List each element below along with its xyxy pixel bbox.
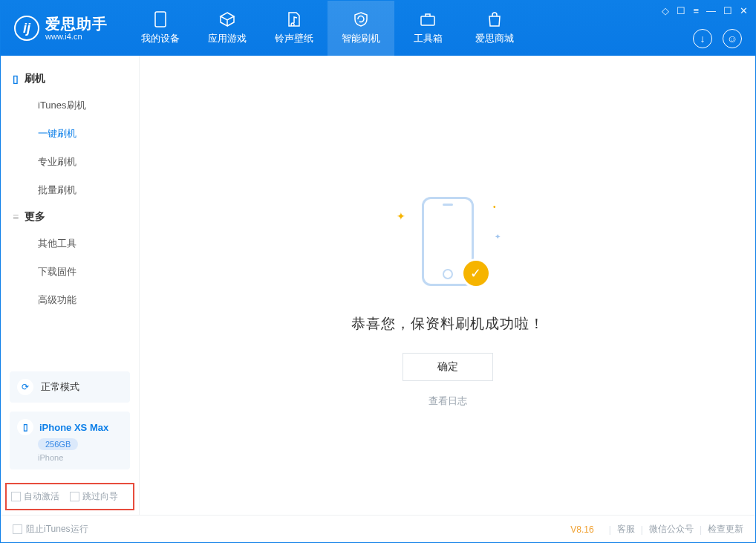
- skin-icon[interactable]: ◇: [662, 5, 669, 16]
- success-panel: ✦ ✦ • ✓ 恭喜您，保资料刷机成功啦！ 确定 查看日志: [140, 197, 755, 408]
- tab-my-device[interactable]: 我的设备: [127, 1, 194, 56]
- block-itunes-checkbox[interactable]: 阻止iTunes运行: [13, 523, 88, 536]
- header-actions: ↓ ☺: [693, 29, 742, 48]
- sidebar-item-one-click-flash[interactable]: 一键刷机: [1, 120, 139, 148]
- sidebar: ▯ 刷机 iTunes刷机 一键刷机 专业刷机 批量刷机 ≡ 更多 其他工具 下…: [1, 56, 140, 515]
- close-button[interactable]: ✕: [740, 5, 748, 16]
- app-body: ▯ 刷机 iTunes刷机 一键刷机 专业刷机 批量刷机 ≡ 更多 其他工具 下…: [1, 56, 755, 515]
- version-label: V8.16: [570, 524, 593, 535]
- check-badge-icon: ✓: [463, 261, 489, 286]
- main-content: ✦ ✦ • ✓ 恭喜您，保资料刷机成功啦！ 确定 查看日志: [140, 56, 755, 515]
- checkbox-label: 自动激活: [24, 490, 59, 503]
- nav-tabs: 我的设备 应用游戏 铃声壁纸 智能刷机 工具箱 爱思商城: [127, 1, 528, 56]
- sidebar-group-more[interactable]: ≡ 更多: [1, 204, 139, 230]
- sidebar-item-itunes-flash[interactable]: iTunes刷机: [1, 91, 139, 120]
- maximize-button[interactable]: ☐: [723, 5, 732, 16]
- mode-label: 正常模式: [41, 380, 79, 394]
- success-illustration: ✦ ✦ • ✓: [392, 197, 504, 293]
- status-bar: 阻止iTunes运行 V8.16 | 客服 | 微信公众号 | 检查更新: [1, 515, 755, 543]
- success-message: 恭喜您，保资料刷机成功啦！: [140, 314, 755, 334]
- sidebar-group-flash[interactable]: ▯ 刷机: [1, 66, 139, 91]
- ok-button[interactable]: 确定: [403, 353, 493, 381]
- wechat-link[interactable]: 微信公众号: [649, 523, 694, 536]
- sidebar-item-batch-flash[interactable]: 批量刷机: [1, 176, 139, 204]
- sidebar-item-other-tools[interactable]: 其他工具: [1, 230, 139, 258]
- mode-icon: ⟳: [17, 379, 33, 395]
- tab-label: 工具箱: [414, 32, 443, 45]
- device-storage: 256GB: [38, 438, 78, 450]
- phone-icon: ▯: [13, 73, 19, 85]
- flash-options: 自动激活 跳过向导: [5, 483, 134, 510]
- app-name: 爱思助手: [45, 16, 108, 32]
- sidebar-tree: ▯ 刷机 iTunes刷机 一键刷机 专业刷机 批量刷机 ≡ 更多 其他工具 下…: [1, 56, 139, 317]
- support-link[interactable]: 客服: [617, 523, 635, 536]
- sidebar-item-advanced[interactable]: 高级功能: [1, 286, 139, 314]
- download-icon[interactable]: ↓: [693, 29, 712, 48]
- refresh-shield-icon: [353, 11, 369, 27]
- auto-activate-checkbox[interactable]: 自动激活: [11, 490, 59, 503]
- tab-apps-games[interactable]: 应用游戏: [194, 1, 261, 56]
- sidebar-item-download-firmware[interactable]: 下载固件: [1, 258, 139, 286]
- checkbox-icon: [70, 492, 79, 501]
- sparkle-icon: ✦: [495, 233, 501, 241]
- tab-label: 应用游戏: [208, 32, 247, 45]
- checkbox-label: 跳过向导: [82, 490, 118, 503]
- check-update-link[interactable]: 检查更新: [708, 523, 743, 536]
- tab-label: 智能刷机: [342, 32, 380, 45]
- group-title: 刷机: [25, 72, 45, 85]
- app-url: www.i4.cn: [45, 32, 108, 41]
- mode-card[interactable]: ⟳ 正常模式: [10, 371, 130, 403]
- list-icon: ≡: [13, 211, 19, 223]
- app-header: ij 爱思助手 www.i4.cn 我的设备 应用游戏 铃声壁纸 智能刷机 工具…: [1, 1, 755, 56]
- tab-label: 铃声壁纸: [275, 32, 313, 45]
- checkbox-icon: [11, 492, 21, 501]
- group-title: 更多: [25, 210, 45, 224]
- minimize-button[interactable]: —: [706, 5, 716, 16]
- tab-store[interactable]: 爱思商城: [461, 1, 528, 56]
- user-icon[interactable]: ☺: [723, 29, 742, 48]
- device-name: iPhone XS Max: [39, 422, 108, 433]
- checkbox-label: 阻止iTunes运行: [26, 523, 88, 536]
- window-controls: ◇ ☐ ≡ — ☐ ✕: [662, 5, 748, 16]
- checkbox-icon: [13, 524, 22, 534]
- device-icon: [152, 11, 169, 27]
- feedback-icon[interactable]: ☐: [677, 5, 685, 16]
- logo-icon: ij: [14, 16, 39, 41]
- music-file-icon: [286, 11, 302, 27]
- device-card[interactable]: ▯ iPhone XS Max 256GB iPhone: [10, 412, 130, 469]
- app-logo: ij 爱思助手 www.i4.cn: [1, 1, 121, 56]
- device-icon: ▯: [17, 419, 33, 435]
- menu-icon[interactable]: ≡: [693, 5, 699, 16]
- sparkle-icon: •: [493, 203, 496, 211]
- tab-toolbox[interactable]: 工具箱: [394, 1, 461, 56]
- cube-icon: [219, 11, 235, 27]
- tab-label: 我的设备: [141, 32, 180, 45]
- tab-label: 爱思商城: [475, 32, 514, 45]
- svg-rect-0: [155, 12, 166, 27]
- toolbox-icon: [420, 11, 436, 27]
- tab-ringtones-wallpapers[interactable]: 铃声壁纸: [261, 1, 328, 56]
- view-log-link[interactable]: 查看日志: [140, 394, 755, 408]
- sparkle-icon: ✦: [397, 210, 405, 222]
- sidebar-item-pro-flash[interactable]: 专业刷机: [1, 148, 139, 176]
- skip-guide-checkbox[interactable]: 跳过向导: [70, 490, 118, 503]
- svg-rect-1: [421, 16, 434, 25]
- tab-smart-flash[interactable]: 智能刷机: [328, 1, 394, 56]
- bag-icon: [486, 11, 503, 27]
- device-type: iPhone: [38, 453, 63, 462]
